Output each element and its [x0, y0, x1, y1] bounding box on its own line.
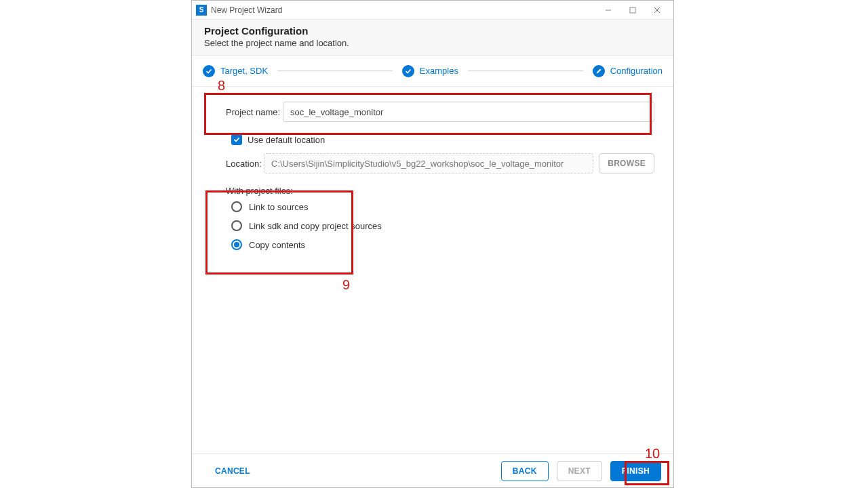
back-button[interactable]: BACK — [501, 461, 549, 481]
radio-label: Copy contents — [249, 240, 305, 250]
radio-unchecked-icon — [231, 201, 242, 212]
next-button: NEXT — [557, 461, 602, 481]
location-row: Location: BROWSE — [226, 153, 654, 174]
location-label: Location: — [226, 159, 264, 169]
radio-link-sdk[interactable]: Link sdk and copy project sources — [231, 220, 654, 231]
content-area: Project name: Use default location Locat… — [192, 87, 673, 250]
radio-label: Link to sources — [249, 202, 308, 212]
step-label: Target, SDK — [220, 66, 268, 76]
checkmark-icon — [402, 65, 414, 77]
step-connector — [277, 70, 393, 71]
annotation-label-9: 9 — [342, 277, 350, 293]
finish-button[interactable]: FINISH — [610, 461, 661, 481]
radio-label: Link sdk and copy project sources — [249, 221, 382, 231]
wizard-window: S New Project Wizard Project Configurati… — [191, 0, 674, 488]
svg-rect-1 — [630, 7, 635, 13]
location-input — [264, 153, 593, 174]
default-location-label: Use default location — [248, 135, 325, 145]
default-location-checkbox-row[interactable]: Use default location — [231, 134, 654, 145]
radio-unchecked-icon — [231, 220, 242, 231]
close-button[interactable] — [645, 1, 669, 19]
project-name-row: Project name: — [226, 102, 654, 122]
browse-button: BROWSE — [599, 153, 654, 174]
project-files-radio-group: Link to sources Link sdk and copy projec… — [231, 201, 654, 250]
radio-copy-contents[interactable]: Copy contents — [231, 239, 654, 250]
page-title: Project Configuration — [204, 25, 661, 37]
window-title: New Project Wizard — [211, 5, 282, 15]
checkbox-checked-icon — [231, 134, 242, 145]
stepper: Target, SDK Examples Configuration — [192, 56, 673, 87]
app-icon: S — [196, 5, 207, 16]
minimize-button[interactable] — [596, 1, 620, 19]
wizard-footer: CANCEL BACK NEXT FINISH — [192, 453, 673, 487]
pencil-icon — [593, 65, 605, 77]
project-files-label: With project files: — [226, 186, 654, 196]
titlebar: S New Project Wizard — [192, 1, 673, 20]
step-connector — [468, 70, 583, 71]
page-subtitle: Select the project name and location. — [204, 38, 661, 48]
step-configuration[interactable]: Configuration — [593, 65, 663, 77]
wizard-header: Project Configuration Select the project… — [192, 20, 673, 56]
step-label: Configuration — [610, 66, 663, 76]
maximize-button[interactable] — [620, 1, 645, 19]
checkmark-icon — [203, 65, 215, 77]
project-name-input[interactable] — [283, 102, 654, 122]
step-target-sdk[interactable]: Target, SDK — [203, 65, 268, 77]
project-name-label: Project name: — [226, 107, 283, 117]
cancel-button[interactable]: CANCEL — [204, 461, 261, 481]
radio-checked-icon — [231, 239, 242, 250]
radio-link-sources[interactable]: Link to sources — [231, 201, 654, 212]
step-examples[interactable]: Examples — [402, 65, 458, 77]
step-label: Examples — [420, 66, 458, 76]
